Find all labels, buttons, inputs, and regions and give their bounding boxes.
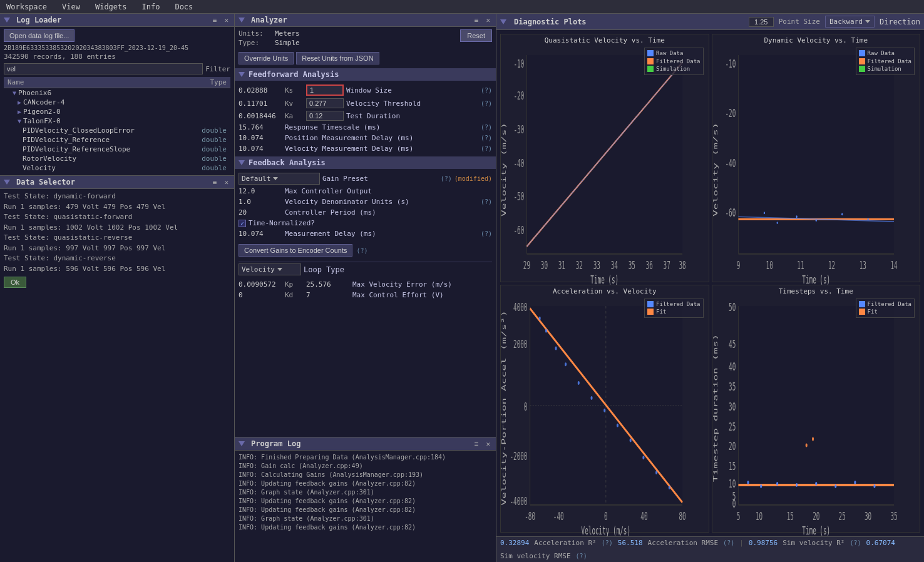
- menu-view[interactable]: View: [58, 1, 84, 13]
- point-size-input[interactable]: [749, 17, 774, 27]
- accel-rmse-help[interactable]: (?): [723, 539, 734, 546]
- analyzer-close-btn[interactable]: ✕: [484, 16, 492, 24]
- data-selector-close-btn[interactable]: ✕: [222, 178, 230, 186]
- plot-dynamic-velocity: Dynamic Velocity vs. Time -10 -20 -40 -6…: [712, 34, 921, 282]
- svg-text:45: 45: [729, 338, 736, 350]
- kd-val: 0: [239, 291, 282, 299]
- gain-preset-select[interactable]: Default: [239, 173, 320, 185]
- legend-item-filtered: Filtered Data: [647, 58, 700, 66]
- svg-point-45: [867, 218, 868, 220]
- vel-denominator-help[interactable]: (?): [481, 198, 492, 205]
- data-selector-collapse-icon[interactable]: [4, 180, 10, 185]
- log-loader-menu-btn[interactable]: ≡: [211, 16, 219, 24]
- svg-text:15: 15: [786, 509, 793, 522]
- tree-item-rotorvel[interactable]: RotorVelocity double: [4, 154, 230, 163]
- position-delay-row: 10.074 Position Measurement Delay (ms) (…: [239, 133, 492, 143]
- tree-item-pigeon[interactable]: ▶ Pigeon2-0: [4, 107, 230, 116]
- convert-gains-help[interactable]: (?): [356, 247, 367, 254]
- fb-collapse-icon: [239, 160, 245, 165]
- program-log-content: INFO: Finished Preparing Data (AnalysisM…: [235, 451, 496, 562]
- accel-r2-help[interactable]: (?): [602, 539, 613, 546]
- stats-bar: 0.32894 Acceleration R² (?) 56.518 Accel…: [496, 536, 924, 562]
- sim-vel-r2-help[interactable]: (?): [850, 539, 861, 546]
- svg-point-67: [565, 362, 567, 366]
- velocity-delay-help[interactable]: (?): [481, 145, 492, 152]
- menu-widgets[interactable]: Widgets: [91, 1, 131, 13]
- controller-period-row: 20 Controller Period (ms): [239, 207, 492, 218]
- reset-button[interactable]: Reset: [460, 29, 492, 42]
- tree-item-pidvel-ref[interactable]: PIDVelocity_Reference double: [4, 135, 230, 145]
- convert-gains-btn[interactable]: Convert Gains to Encoder Counts: [239, 244, 352, 257]
- override-units-btn[interactable]: Override Units: [239, 52, 294, 64]
- kp-key: Kp: [285, 280, 304, 289]
- main-layout: Log Loader ≡ ✕ Open data log file... 2B1…: [0, 14, 924, 562]
- diagnostic-collapse-icon[interactable]: [500, 19, 506, 24]
- reset-units-btn[interactable]: Reset Units from JSON: [296, 52, 379, 64]
- diagnostic-panel: Diagnostic Plots Point Size Backward Dir…: [496, 14, 924, 562]
- measurement-delay-help[interactable]: (?): [481, 230, 492, 237]
- test-duration-input[interactable]: [306, 111, 344, 121]
- svg-text:31: 31: [558, 258, 565, 271]
- svg-text:37: 37: [664, 258, 670, 271]
- plot-timesteps: Timesteps vs. Time 50 45 40 35 30 25 20: [712, 285, 921, 533]
- sim-vel-rmse-help[interactable]: (?): [576, 553, 587, 559]
- window-size-help[interactable]: (?): [481, 87, 492, 94]
- loop-type-label: Loop Type: [304, 265, 492, 274]
- response-timescale-label: Response Timescale (ms): [285, 123, 478, 131]
- log-loader-collapse-icon[interactable]: [4, 18, 10, 23]
- svg-text:30: 30: [729, 400, 736, 412]
- filter-input[interactable]: [4, 63, 203, 74]
- menubar: Workspace View Widgets Info Docs: [0, 0, 924, 14]
- menu-workspace[interactable]: Workspace: [3, 1, 51, 13]
- tree-item-cancoder[interactable]: ▶ CANcoder-4: [4, 98, 230, 107]
- tree-item-talonfx[interactable]: ▼ TalonFX-0: [4, 116, 230, 126]
- ok-button[interactable]: Ok: [4, 277, 26, 288]
- velocity-threshold-input[interactable]: [306, 98, 344, 108]
- menu-docs[interactable]: Docs: [171, 1, 197, 13]
- feedback-section-header[interactable]: Feedback Analysis: [235, 156, 496, 169]
- svg-point-65: [545, 329, 547, 332]
- data-selector-menu-btn[interactable]: ≡: [211, 178, 219, 186]
- tree-item-phoenix6[interactable]: ▼ Phoenix6: [4, 88, 230, 98]
- analyzer-menu-btn[interactable]: ≡: [473, 16, 481, 24]
- svg-point-71: [617, 423, 619, 427]
- svg-point-69: [590, 396, 592, 399]
- tree-item-velocity[interactable]: Velocity double: [4, 163, 230, 173]
- program-log-collapse-icon[interactable]: [239, 441, 245, 446]
- log-entry-7: INFO: Graph state (Analyzer.cpp:301): [239, 514, 492, 523]
- sim-vel-r2-val: 0.98756: [749, 539, 778, 547]
- sim-vel-rmse-label: Sim velocity RMSE: [500, 552, 571, 560]
- data-selector-content: Test State: dynamic-forward Run 1 sample…: [0, 189, 234, 562]
- accel-rmse-val: 56.518: [618, 539, 643, 547]
- analyzer-collapse-icon[interactable]: [239, 18, 245, 23]
- expand-icon-pigeon: ▶: [18, 108, 21, 115]
- position-delay-help[interactable]: (?): [481, 135, 492, 141]
- program-log-close-btn[interactable]: ✕: [484, 440, 492, 448]
- legend4-filtered: Filtered Data: [859, 300, 911, 309]
- log-entry-1: INFO: Gain calc (Analyzer.cpp:49): [239, 462, 492, 471]
- response-timescale-help[interactable]: (?): [481, 124, 492, 131]
- data-selector-title: Data Selector: [16, 178, 207, 186]
- velocity-threshold-help[interactable]: (?): [481, 100, 492, 107]
- time-normalized-checkbox[interactable]: ✓: [239, 220, 246, 227]
- svg-text:9: 9: [736, 258, 740, 271]
- log-loader-header: Log Loader ≡ ✕: [0, 14, 234, 27]
- gain-preset-row: Default Gain Preset (?) (modified): [239, 171, 492, 186]
- log-loader-close-btn[interactable]: ✕: [222, 16, 230, 24]
- svg-text:20: 20: [813, 509, 819, 522]
- tree-item-pidvel-refslope[interactable]: PIDVelocity_ReferenceSlope double: [4, 145, 230, 154]
- type-label: Type:: [239, 39, 270, 47]
- menu-info[interactable]: Info: [138, 1, 164, 13]
- open-file-button[interactable]: Open data log file...: [4, 29, 74, 42]
- log-entry-0: INFO: Finished Preparing Data (AnalysisM…: [239, 453, 492, 462]
- tree-item-pidvel-closedloop[interactable]: PIDVelocity_ClosedLoopError double: [4, 126, 230, 135]
- position-delay-val: 10.074: [239, 134, 282, 142]
- svg-point-66: [555, 346, 557, 350]
- loop-type-select[interactable]: Velocity: [239, 263, 301, 275]
- tree-item-name-phoenix6: Phoenix6: [18, 89, 227, 97]
- gain-preset-help[interactable]: (?): [441, 175, 452, 182]
- window-size-input[interactable]: [306, 84, 344, 96]
- program-log-menu-btn[interactable]: ≡: [473, 440, 481, 448]
- direction-select[interactable]: Backward: [825, 16, 875, 28]
- feedforward-section-header[interactable]: Feedforward Analysis: [235, 68, 496, 81]
